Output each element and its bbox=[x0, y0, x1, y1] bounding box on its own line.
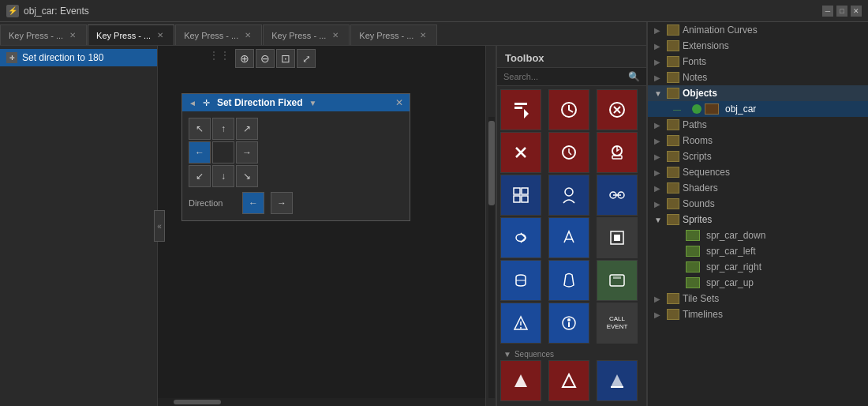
asset-label-spr-car-up: spr_car_up bbox=[706, 277, 754, 288]
asset-item-sprites[interactable]: ▼ Sprites bbox=[648, 212, 868, 227]
tool-btn-6[interactable] bbox=[500, 175, 541, 216]
tab-3[interactable]: Key Press - ... ✕ bbox=[263, 24, 350, 45]
tool-btn-16[interactable] bbox=[548, 303, 589, 344]
dir-btn-down[interactable]: ↓ bbox=[212, 165, 234, 187]
asset-item-animation-curves[interactable]: ▶ Animation Curves bbox=[648, 22, 868, 38]
dir-btn-left[interactable]: ← bbox=[189, 141, 211, 164]
tool-btn-13[interactable] bbox=[548, 260, 589, 301]
dir-btn-upright[interactable]: ↗ bbox=[236, 118, 258, 140]
fullscreen-button[interactable]: ⤢ bbox=[297, 49, 316, 68]
tab-close-1[interactable]: ✕ bbox=[155, 30, 166, 41]
dir-btn-center[interactable] bbox=[212, 141, 234, 164]
asset-item-spr-car-left[interactable]: ▶ spr_car_left bbox=[648, 243, 868, 259]
tool-btn-4[interactable] bbox=[548, 132, 589, 173]
block-close-button[interactable]: ✕ bbox=[395, 97, 403, 108]
folder-icon-rooms bbox=[667, 135, 679, 146]
block: ◄ ✛ Set Direction Fixed ▼ ✕ ↖ ↑ ↗ bbox=[181, 93, 410, 221]
tab-1[interactable]: Key Press - ... ✕ bbox=[88, 24, 174, 45]
tool-btn-8[interactable] bbox=[597, 175, 638, 216]
direction-left-btn[interactable]: ← bbox=[242, 192, 264, 214]
asset-item-rooms[interactable]: ▶ Rooms bbox=[648, 133, 868, 148]
block-container: ◄ ✛ Set Direction Fixed ▼ ✕ ↖ ↑ ↗ bbox=[181, 93, 410, 221]
zoom-in-button[interactable]: ⊕ bbox=[235, 49, 254, 68]
asset-item-scripts[interactable]: ▶ Scripts bbox=[648, 148, 868, 164]
tool-btn-5[interactable] bbox=[597, 132, 638, 173]
tool-btn-call-event[interactable]: CALLEVENT bbox=[597, 303, 638, 344]
fit-button[interactable]: ⊡ bbox=[276, 49, 295, 68]
window-title: obj_car: Events bbox=[24, 6, 89, 17]
dir-btn-downleft[interactable]: ↙ bbox=[189, 165, 211, 187]
asset-item-notes[interactable]: ▶ Notes bbox=[648, 70, 868, 85]
asset-arrow-obj-car: — bbox=[673, 105, 683, 114]
asset-label-spr-car-left: spr_car_left bbox=[706, 246, 756, 257]
event-item-0[interactable]: ✛ Set direction to 180 bbox=[0, 49, 157, 66]
horizontal-scrollbar[interactable] bbox=[158, 398, 485, 406]
tab-close-3[interactable]: ✕ bbox=[330, 30, 341, 41]
tool-btn-14[interactable] bbox=[597, 260, 638, 301]
asset-item-objects[interactable]: ▼ Objects bbox=[648, 85, 868, 101]
dir-btn-right[interactable]: → bbox=[236, 141, 258, 164]
toolbox-panel: Toolbox 🔍 bbox=[496, 46, 646, 406]
folder-icon-fonts bbox=[667, 56, 679, 67]
asset-item-obj-car[interactable]: — obj_car bbox=[648, 101, 868, 117]
tool-btn-10[interactable] bbox=[548, 217, 589, 258]
close-button[interactable]: ✕ bbox=[851, 6, 862, 17]
zoom-out-button[interactable]: ⊖ bbox=[256, 49, 275, 68]
canvas-area[interactable]: ⋮⋮ ⊕ ⊖ ⊡ ⤢ ◄ ✛ Set Direction Fixed ▼ ✕ bbox=[158, 46, 485, 406]
tool-btn-1[interactable] bbox=[548, 89, 589, 130]
minimize-button[interactable]: ─ bbox=[822, 6, 833, 17]
tab-close-4[interactable]: ✕ bbox=[417, 30, 428, 41]
asset-item-sounds[interactable]: ▶ Sounds bbox=[648, 196, 868, 212]
asset-label-paths: Paths bbox=[683, 119, 707, 130]
block-dropdown-arrow[interactable]: ▼ bbox=[309, 99, 317, 107]
asset-item-paths[interactable]: ▶ Paths bbox=[648, 117, 868, 133]
asset-label-tile-sets: Tile Sets bbox=[683, 293, 719, 304]
tab-4[interactable]: Key Press - ... ✕ bbox=[350, 24, 437, 45]
toolbox-scrollbar-thumb[interactable] bbox=[488, 121, 495, 205]
dir-btn-upleft[interactable]: ↖ bbox=[189, 118, 211, 140]
tab-label-2: Key Press - ... bbox=[184, 31, 238, 40]
svg-point-12 bbox=[565, 188, 573, 196]
tool-btn-9[interactable] bbox=[500, 217, 541, 258]
seq-btn-2[interactable] bbox=[597, 360, 638, 401]
tool-btn-0[interactable] bbox=[500, 89, 541, 130]
folder-icon-timelines bbox=[667, 309, 679, 320]
tool-btn-15[interactable] bbox=[500, 303, 541, 344]
block-collapse-arrow[interactable]: ◄ bbox=[189, 99, 196, 107]
asset-item-spr-car-right[interactable]: ▶ spr_car_right bbox=[648, 259, 868, 275]
maximize-button[interactable]: □ bbox=[836, 6, 847, 17]
toolbox-grid: CALLEVENT ▼ Sequences bbox=[497, 86, 646, 406]
tab-2[interactable]: Key Press - ... ✕ bbox=[175, 24, 262, 45]
tool-btn-12[interactable] bbox=[500, 260, 541, 301]
tool-btn-3[interactable] bbox=[500, 132, 541, 173]
svg-marker-23 bbox=[563, 374, 575, 387]
tab-close-0[interactable]: ✕ bbox=[67, 30, 78, 41]
asset-item-fonts[interactable]: ▶ Fonts bbox=[648, 54, 868, 70]
seq-btn-1[interactable] bbox=[548, 360, 589, 401]
seq-btn-0[interactable] bbox=[500, 360, 541, 401]
collapse-left-button[interactable]: « bbox=[154, 210, 165, 242]
asset-arrow-extensions: ▶ bbox=[654, 42, 664, 51]
scrollbar-thumb[interactable] bbox=[174, 400, 221, 404]
folder-icon-tile-sets bbox=[667, 293, 679, 304]
dir-btn-up[interactable]: ↑ bbox=[212, 118, 234, 140]
tool-btn-11[interactable] bbox=[597, 217, 638, 258]
direction-right-btn[interactable]: → bbox=[271, 192, 293, 214]
asset-item-spr-car-down[interactable]: ▶ spr_car_down bbox=[648, 227, 868, 243]
tool-btn-7[interactable] bbox=[548, 175, 589, 216]
asset-item-spr-car-up[interactable]: ▶ spr_car_up bbox=[648, 275, 868, 291]
dir-btn-downright[interactable]: ↘ bbox=[236, 165, 258, 187]
asset-item-shaders[interactable]: ▶ Shaders bbox=[648, 180, 868, 196]
sequences-collapse-arrow[interactable]: ▼ bbox=[503, 350, 511, 359]
tab-close-2[interactable]: ✕ bbox=[242, 30, 253, 41]
tab-0[interactable]: Key Press - ... ✕ bbox=[0, 24, 87, 45]
asset-item-sequences[interactable]: ▶ Sequences bbox=[648, 164, 868, 180]
toolbox-scrollbar[interactable] bbox=[488, 117, 495, 398]
toolbox-search-input[interactable] bbox=[503, 72, 625, 81]
sprite-thumb-obj-car bbox=[705, 103, 719, 115]
asset-item-extensions[interactable]: ▶ Extensions bbox=[648, 38, 868, 54]
toolbar-dots[interactable]: ⋮⋮ bbox=[208, 49, 230, 68]
asset-item-timelines[interactable]: ▶ Timelines bbox=[648, 306, 868, 322]
asset-item-tile-sets[interactable]: ▶ Tile Sets bbox=[648, 291, 868, 306]
tool-btn-2[interactable] bbox=[597, 89, 638, 130]
